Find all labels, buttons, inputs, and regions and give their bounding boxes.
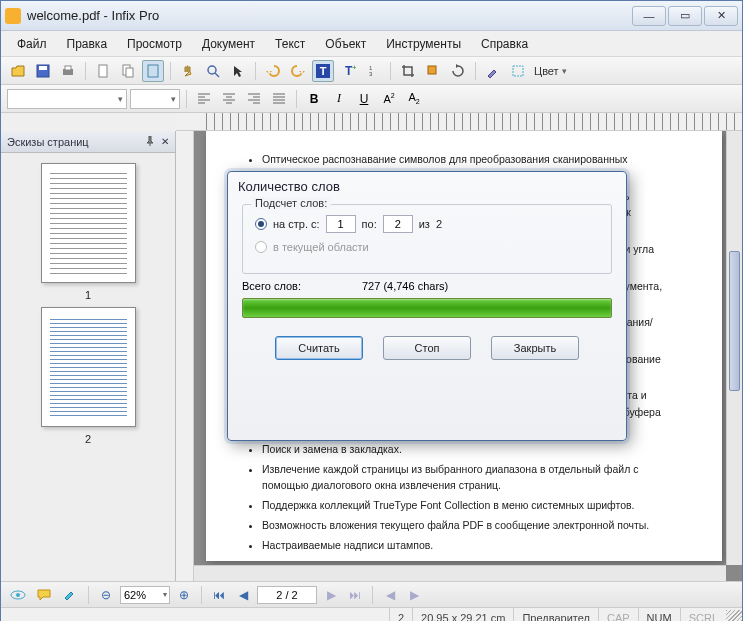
highlighter-icon[interactable] — [59, 584, 81, 606]
last-page-button[interactable]: ⏭ — [345, 585, 365, 605]
svg-rect-4 — [99, 65, 107, 77]
eyedrop-icon[interactable] — [482, 60, 504, 82]
scrollbar-vertical[interactable] — [726, 131, 742, 565]
zoom-out-button[interactable]: ⊖ — [96, 585, 116, 605]
status-preview: Предварител — [513, 608, 598, 621]
stop-button[interactable]: Стоп — [383, 336, 471, 360]
page-from-input[interactable] — [326, 215, 356, 233]
page-to-input[interactable] — [383, 215, 413, 233]
svg-text:3: 3 — [369, 71, 373, 77]
svg-point-8 — [208, 66, 216, 74]
close-button[interactable]: ✕ — [704, 6, 738, 26]
redo-icon[interactable] — [287, 60, 309, 82]
next-page-button[interactable]: ▶ — [321, 585, 341, 605]
svg-rect-16 — [428, 66, 436, 74]
eye-icon[interactable] — [7, 584, 29, 606]
menu-text[interactable]: Текст — [267, 33, 313, 55]
toolbar-text: B I U A2 A2 — [1, 85, 742, 113]
zoom-in-button[interactable]: ⊕ — [174, 585, 194, 605]
pagelayout-icon[interactable] — [142, 60, 164, 82]
copypage-icon[interactable] — [117, 60, 139, 82]
color-dropdown-icon[interactable]: ▾ — [562, 66, 567, 76]
menu-object[interactable]: Объект — [317, 33, 374, 55]
count-button[interactable]: Считать — [275, 336, 363, 360]
crop-icon[interactable] — [397, 60, 419, 82]
minimize-button[interactable]: — — [632, 6, 666, 26]
prev-page-button[interactable]: ◀ — [233, 585, 253, 605]
close-dialog-button[interactable]: Закрыть — [491, 336, 579, 360]
status-dimensions: 20.95 x 29.21 cm — [412, 608, 513, 621]
rotate-icon[interactable] — [447, 60, 469, 82]
app-icon — [5, 8, 21, 24]
subscript-icon[interactable]: A2 — [403, 88, 425, 110]
nav-forward-button[interactable]: ▶ — [404, 585, 424, 605]
textspacing-icon[interactable]: 13 — [362, 60, 384, 82]
status-num: NUM — [638, 608, 680, 621]
titlebar: welcome.pdf - Infix Pro — ▭ ✕ — [1, 1, 742, 31]
font-size-combo[interactable] — [130, 89, 180, 109]
menu-document[interactable]: Документ — [194, 33, 263, 55]
sidebar-header: Эскизы страниц ✕ — [1, 131, 175, 153]
newpage-icon[interactable] — [92, 60, 114, 82]
menu-help[interactable]: Справка — [473, 33, 536, 55]
textplus-icon[interactable]: T+ — [337, 60, 359, 82]
select-rect-icon[interactable] — [507, 60, 529, 82]
page-thumbnail-1[interactable] — [41, 163, 136, 283]
svg-rect-3 — [65, 66, 71, 70]
text-tool-icon[interactable]: T — [312, 60, 334, 82]
menu-tools[interactable]: Инструменты — [378, 33, 469, 55]
page-number-box[interactable]: 2 / 2 — [257, 586, 317, 604]
align-right-icon[interactable] — [243, 88, 265, 110]
pin-icon[interactable] — [145, 136, 157, 148]
sidebar-close-icon[interactable]: ✕ — [161, 136, 169, 147]
status-scrl: SCRL — [680, 608, 726, 621]
menu-file[interactable]: Файл — [9, 33, 55, 55]
resize-grip[interactable] — [726, 610, 742, 622]
italic-icon[interactable]: I — [328, 88, 350, 110]
range-from-label: на стр. с: — [273, 218, 320, 230]
scrollbar-horizontal[interactable] — [194, 565, 726, 581]
radio-current-area — [255, 241, 267, 253]
font-family-combo[interactable] — [7, 89, 127, 109]
open-icon[interactable] — [7, 60, 29, 82]
ruler-vertical — [176, 131, 194, 581]
svg-text:+: + — [352, 63, 356, 72]
window-title: welcome.pdf - Infix Pro — [27, 8, 632, 23]
menubar: Файл Правка Просмотр Документ Текст Объе… — [1, 31, 742, 57]
svg-line-9 — [215, 73, 219, 77]
underline-icon[interactable]: U — [353, 88, 375, 110]
nav-back-button[interactable]: ◀ — [380, 585, 400, 605]
sidebar: Эскизы страниц ✕ 1 2 — [1, 131, 176, 581]
page-thumbnail-2[interactable] — [41, 307, 136, 427]
print-icon[interactable] — [57, 60, 79, 82]
wordcount-fieldset: Подсчет слов: на стр. с: по: из 2 в теку… — [242, 204, 612, 274]
first-page-button[interactable]: ⏮ — [209, 585, 229, 605]
align-left-icon[interactable] — [193, 88, 215, 110]
maximize-button[interactable]: ▭ — [668, 6, 702, 26]
hand-icon[interactable] — [177, 60, 199, 82]
svg-rect-7 — [148, 65, 158, 77]
bottom-toolbar: ⊖ 62% ⊕ ⏮ ◀ 2 / 2 ▶ ⏭ ◀ ▶ — [1, 581, 742, 607]
bold-icon[interactable]: B — [303, 88, 325, 110]
progress-bar — [242, 298, 612, 318]
comment-icon[interactable] — [33, 584, 55, 606]
zoom-combo[interactable]: 62% — [120, 586, 170, 604]
save-icon[interactable] — [32, 60, 54, 82]
toolbar-main: T T+ 13 Цвет ▾ — [1, 57, 742, 85]
align-center-icon[interactable] — [218, 88, 240, 110]
menu-view[interactable]: Просмотр — [119, 33, 190, 55]
zoom-icon[interactable] — [202, 60, 224, 82]
pointer-icon[interactable] — [227, 60, 249, 82]
wordcount-dialog: Количество слов Подсчет слов: на стр. с:… — [227, 171, 627, 441]
shape-icon[interactable] — [422, 60, 444, 82]
status-page: 2 — [389, 608, 412, 621]
app-window: welcome.pdf - Infix Pro — ▭ ✕ Файл Правк… — [0, 0, 743, 621]
doc-bullet: Настраиваемые надписи штампов. — [262, 537, 682, 554]
menu-edit[interactable]: Правка — [59, 33, 116, 55]
radio-page-range[interactable] — [255, 218, 267, 230]
undo-icon[interactable] — [262, 60, 284, 82]
total-words-label: Всего слов: — [242, 280, 362, 292]
align-justify-icon[interactable] — [268, 88, 290, 110]
superscript-icon[interactable]: A2 — [378, 88, 400, 110]
statusbar: 2 20.95 x 29.21 cm Предварител CAP NUM S… — [1, 607, 742, 621]
